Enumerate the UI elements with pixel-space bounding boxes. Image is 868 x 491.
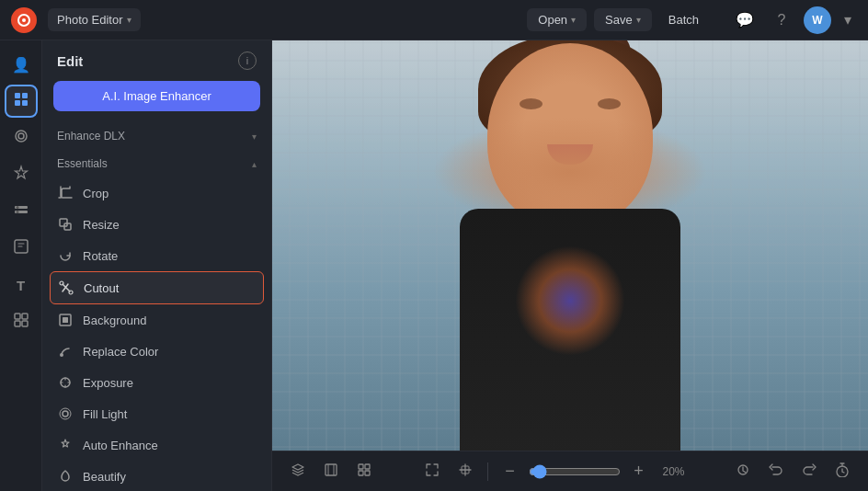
fill-button[interactable] [451,457,480,486]
ai-image-enhancer-button[interactable]: A.I. Image Enhancer [53,81,260,111]
beautify-icon [57,468,74,485]
right-eye [598,98,621,109]
undo-icon [769,462,783,480]
user-initial: W [812,14,822,27]
crop-icon [57,185,74,201]
objects-icon [13,201,29,222]
svg-point-1 [22,18,26,22]
zoom-out-button[interactable]: − [496,457,525,486]
batch-button[interactable]: Batch [659,8,708,31]
app-name-button[interactable]: Photo Editor ▾ [48,8,141,31]
undo-button[interactable] [761,457,791,486]
fill-light-label: Fill Light [83,407,127,421]
svg-rect-14 [22,314,28,319]
menu-item-rotate[interactable]: Rotate [42,240,271,271]
app-logo [11,7,37,33]
chat-button[interactable]: 💬 [730,6,760,35]
svg-point-26 [60,408,71,419]
icon-sidebar: 👤 [0,40,42,491]
menu-item-resize[interactable]: Resize [42,209,271,240]
sidebar-item-more[interactable] [5,305,38,338]
save-chevron-icon: ▾ [636,15,641,25]
svg-point-7 [18,133,24,139]
zoom-group: − + 20% [417,457,691,486]
svg-rect-16 [22,321,28,326]
background-label: Background [83,314,146,327]
menu-item-fill-light[interactable]: Fill Light [42,398,271,429]
layers-tool-icon [291,462,305,480]
replace-color-label: Replace Color [83,345,158,359]
zoom-slider[interactable] [529,464,621,479]
sidebar-item-text[interactable]: T [5,268,38,302]
canvas-view[interactable] [272,40,868,451]
frame-button[interactable] [316,457,346,486]
grid-button[interactable] [349,457,379,486]
svg-rect-17 [60,219,67,226]
beautify-label: Beautify [83,470,126,484]
svg-point-11 [16,211,18,213]
help-button[interactable]: ? [767,6,796,35]
tools-panel: Edit i A.I. Image Enhancer Enhance DLX ▾… [42,40,272,491]
history-button[interactable] [728,457,758,486]
open-button[interactable]: Open ▾ [527,8,587,31]
fit-button[interactable] [417,457,447,486]
user-menu-button[interactable]: ▾ [839,6,857,35]
photo-body [460,209,680,451]
menu-item-beautify[interactable]: Beautify [42,461,271,491]
svg-rect-29 [326,464,337,475]
main-content: 👤 [0,40,868,491]
menu-item-cutout[interactable]: Cutout [50,271,264,304]
more-icon [13,312,29,332]
menu-item-exposure[interactable]: Exposure [42,367,271,398]
sidebar-item-stickers[interactable] [5,232,38,265]
open-label: Open [538,13,567,27]
essentials-section[interactable]: Essentials ▴ [42,150,271,177]
open-chevron-icon: ▾ [571,15,576,25]
menu-item-replace-color[interactable]: Replace Color [42,336,271,367]
shirt-design [515,246,625,356]
text-icon: T [17,278,25,293]
panel-title: Edit [57,53,83,69]
enhance-dlx-section[interactable]: Enhance DLX ▾ [42,122,271,150]
svg-rect-4 [15,100,20,106]
redo-button[interactable] [794,457,824,486]
svg-point-19 [60,281,63,285]
app-name-chevron-icon: ▾ [127,15,131,25]
sidebar-item-layers[interactable] [5,121,38,154]
help-icon: ? [778,12,786,29]
header: Photo Editor ▾ Open ▾ Save ▾ Batch 💬 ? W… [0,0,868,40]
save-button[interactable]: Save ▾ [594,8,652,31]
canvas-image [272,40,868,451]
user-menu-chevron-icon: ▾ [844,11,851,29]
svg-point-20 [69,291,73,294]
chat-icon: 💬 [736,11,754,29]
history-icon [736,462,750,480]
sidebar-item-objects[interactable] [5,195,38,228]
bottom-toolbar: − + 20% [272,451,868,491]
sidebar-item-person[interactable]: 👤 [5,48,38,81]
grid-icon [357,462,371,480]
history-group [728,457,857,486]
zoom-in-button[interactable]: + [624,457,654,486]
timer-icon [835,462,850,480]
timer-button[interactable] [828,457,857,486]
layers-button[interactable] [283,457,313,486]
user-avatar[interactable]: W [804,6,831,34]
menu-item-crop[interactable]: Crop [42,177,271,209]
svg-point-10 [16,206,18,209]
enhance-dlx-chevron-icon: ▾ [252,131,257,142]
app-name-label: Photo Editor [57,13,123,27]
effects-icon [13,165,29,185]
essentials-chevron-icon: ▴ [252,159,257,169]
tools-icon [13,91,29,111]
svg-rect-31 [365,464,370,469]
svg-point-6 [16,131,27,142]
menu-item-auto-enhance[interactable]: Auto Enhance [42,429,271,461]
auto-enhance-label: Auto Enhance [83,439,158,452]
sidebar-item-effects[interactable] [5,158,38,191]
menu-item-background[interactable]: Background [42,304,271,336]
info-button[interactable]: i [238,51,257,70]
redo-icon [802,462,817,480]
info-icon: i [246,55,248,66]
sidebar-item-tools[interactable] [5,85,38,118]
